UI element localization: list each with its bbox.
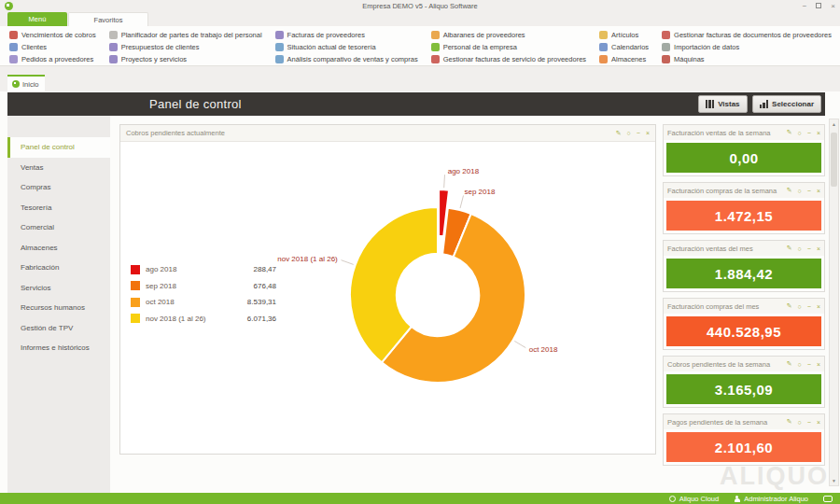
menu-item-calendarios[interactable]: Calendarios (599, 41, 649, 53)
seleccionar-button[interactable]: Seleccionar (752, 95, 821, 113)
edit-icon[interactable]: ✎ (787, 129, 792, 136)
tab-favoritos[interactable]: Favoritos (68, 12, 148, 26)
sidebar-item-servicios[interactable]: Servicios (7, 278, 110, 299)
menu-item-articulos[interactable]: Artículos (599, 29, 649, 41)
kpi-title: Facturación compras del mes (667, 302, 759, 311)
sidebar-item-almacenes[interactable]: Almacenes (7, 238, 110, 259)
kpi-value: 3.165,09 (666, 374, 821, 404)
sidebar-item-compras[interactable]: Compras (7, 177, 110, 198)
menu-item-label: Importación de datos (674, 43, 739, 51)
sidebar-item-informes[interactable]: Informes e históricos (7, 338, 110, 358)
menu-item-facturas-proveedores[interactable]: Facturas de proveedores (275, 29, 418, 41)
sidebar-item-recursos-humanos[interactable]: Recursos humanos (7, 298, 110, 318)
menu-item-maquinas[interactable]: Máquinas (662, 53, 832, 65)
close-icon[interactable]: × (817, 419, 820, 426)
refresh-icon[interactable]: ○ (798, 188, 802, 194)
minimize-icon[interactable]: − (637, 130, 640, 136)
close-icon[interactable]: × (817, 245, 820, 252)
menu-item-almacenes[interactable]: Almacenes (599, 53, 649, 65)
restore-button[interactable] (816, 3, 821, 8)
refresh-icon[interactable]: ○ (798, 303, 802, 310)
menu-item-label: Albaranes de proveedores (443, 31, 525, 39)
facturas-servicio-icon (431, 55, 440, 63)
ribbon-tabbar: Menú Favoritos (0, 12, 840, 26)
menu-item-label: Gestionar facturas de servicio de provee… (443, 55, 586, 63)
albaranes-icon (431, 31, 440, 39)
menu-item-facturas-servicio[interactable]: Gestionar facturas de servicio de provee… (431, 53, 586, 65)
menu-item-facturas-documentos[interactable]: Gestionar facturas de documentos de prov… (662, 29, 832, 41)
close-icon[interactable]: × (817, 303, 820, 310)
sidebar-item-gestion-tpv[interactable]: Gestión de TPV (7, 318, 110, 339)
menu-item-importacion[interactable]: Importación de datos (662, 41, 832, 53)
minimize-icon[interactable]: − (807, 188, 811, 194)
menu-item-label: Vencimientos de cobros (21, 31, 96, 39)
scroll-down-icon[interactable]: ▼ (832, 478, 836, 483)
menu-item-vencimientos-cobros[interactable]: Vencimientos de cobros (9, 29, 96, 41)
articulos-icon (599, 31, 608, 39)
refresh-icon[interactable]: ○ (798, 245, 802, 252)
refresh-icon[interactable]: ○ (627, 130, 631, 136)
tab-menu[interactable]: Menú (7, 12, 67, 26)
close-button[interactable]: × (831, 2, 835, 10)
menu-item-planificador[interactable]: Planificador de partes de trabajo del pe… (109, 29, 262, 41)
menu-item-presupuestos[interactable]: Presupuestos de clientes (109, 41, 262, 53)
edit-icon[interactable]: ✎ (616, 130, 622, 137)
edit-icon[interactable]: ✎ (787, 360, 792, 368)
menu-item-label: Almacenes (611, 55, 646, 63)
vertical-scrollbar[interactable]: ▲ ▼ (829, 119, 839, 486)
menu-item-clientes[interactable]: Clientes (9, 41, 96, 53)
chat-bubble-icon[interactable] (823, 496, 833, 502)
scrollbar-thumb[interactable] (831, 133, 837, 187)
vistas-button[interactable]: Vistas (698, 95, 748, 113)
sidebar: Panel de control Ventas Compras Tesorerí… (7, 116, 110, 493)
menu-item-personal[interactable]: Personal de la empresa (431, 41, 586, 53)
edit-icon[interactable]: ✎ (787, 302, 792, 310)
aliquo-watermark: ALIQUO (720, 462, 829, 491)
close-icon[interactable]: × (817, 130, 820, 136)
menu-item-label: Pedidos a proveedores (21, 55, 93, 63)
kpi-card: Facturación ventas de la semana ✎○−× 0,0… (663, 124, 825, 176)
slice-label: sep 2018 (465, 188, 496, 196)
maquinas-icon (662, 55, 670, 63)
minimize-button[interactable]: − (803, 2, 807, 10)
cloud-label: Aliquo Cloud (679, 495, 720, 503)
sidebar-item-fabricacion[interactable]: Fabricación (7, 258, 110, 278)
menu-item-albaranes[interactable]: Albaranes de proveedores (431, 29, 586, 41)
menu-item-pedidos-proveedores[interactable]: Pedidos a proveedores (9, 53, 96, 65)
kpi-card: Facturación compras del mes ✎○−× 440.528… (663, 298, 825, 350)
statusbar: Aliquo Cloud Administrador Aliquo (0, 493, 840, 504)
menu-item-analisis[interactable]: Análisis comparativo de ventas y compras (275, 53, 418, 65)
sidebar-item-comercial[interactable]: Comercial (7, 217, 110, 238)
current-user[interactable]: Administrador Aliquo (734, 495, 808, 503)
sidebar-item-ventas[interactable]: Ventas (7, 158, 110, 178)
close-icon[interactable]: × (646, 130, 650, 136)
planificador-icon (109, 31, 118, 39)
sidebar-item-tesoreria[interactable]: Tesorería (7, 198, 110, 218)
sidebar-item-panel-de-control[interactable]: Panel de control (7, 137, 110, 158)
facturas-documentos-icon (662, 31, 670, 39)
close-icon[interactable]: × (817, 361, 820, 368)
menu-item-tesoreria[interactable]: Situación actual de tesorería (275, 41, 418, 53)
favorites-ribbon: Vencimientos de cobros Clientes Pedidos … (0, 26, 840, 66)
close-icon[interactable]: × (817, 188, 820, 194)
minimize-icon[interactable]: − (807, 245, 811, 252)
minimize-icon[interactable]: − (807, 361, 811, 368)
edit-icon[interactable]: ✎ (787, 187, 792, 194)
refresh-icon[interactable]: ○ (798, 130, 802, 136)
panel-icons: ✎○−× (787, 129, 820, 136)
dashboard-page: Panel de control Vistas Seleccionar Pane… (0, 91, 840, 493)
menu-item-label: Análisis comparativo de ventas y compras (287, 55, 418, 63)
minimize-icon[interactable]: − (807, 419, 811, 426)
refresh-icon[interactable]: ○ (798, 419, 802, 426)
minimize-icon[interactable]: − (807, 130, 811, 136)
tab-inicio[interactable]: Inicio (7, 75, 45, 91)
menu-item-proyectos[interactable]: Proyectos y servicios (109, 53, 262, 65)
refresh-icon[interactable]: ○ (798, 361, 802, 368)
minimize-icon[interactable]: − (807, 303, 811, 310)
edit-icon[interactable]: ✎ (787, 245, 792, 252)
scroll-up-icon[interactable]: ▲ (832, 121, 836, 127)
aliquo-cloud-link[interactable]: Aliquo Cloud (669, 495, 720, 503)
panel-icons: ✎○−× (787, 360, 820, 368)
page-header: Panel de control Vistas Seleccionar (7, 92, 825, 116)
edit-icon[interactable]: ✎ (787, 418, 792, 426)
